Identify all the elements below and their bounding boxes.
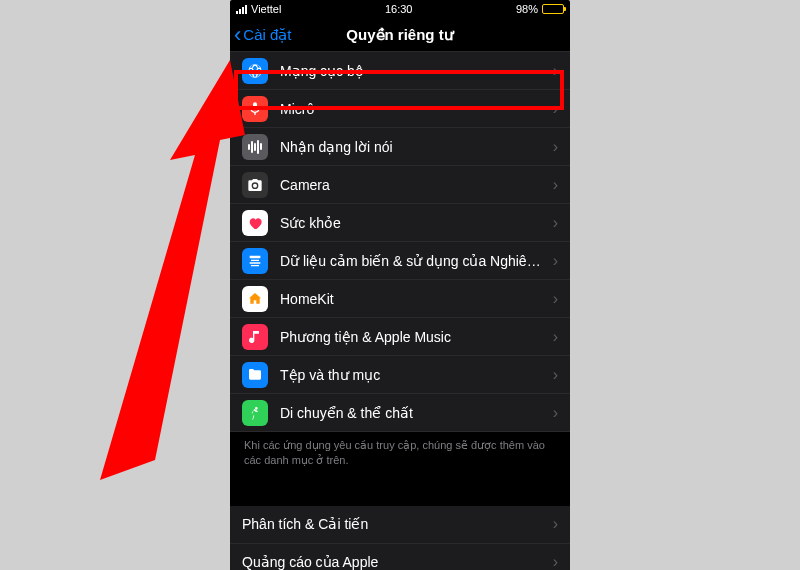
annotation-arrow-icon: [30, 40, 260, 520]
row-label: Nhận dạng lời nói: [280, 139, 553, 155]
settings-list: Mạng cục bộ › Micrô › Nhận dạng lời nói …: [230, 52, 570, 570]
chevron-right-icon: ›: [553, 553, 558, 570]
home-icon: [242, 286, 268, 312]
status-bar: Viettel 16:30 98%: [230, 0, 570, 18]
chevron-right-icon: ›: [553, 138, 558, 156]
chevron-right-icon: ›: [553, 214, 558, 232]
row-microphone[interactable]: Micrô ›: [230, 90, 570, 128]
folder-icon: [242, 362, 268, 388]
row-label: HomeKit: [280, 291, 553, 307]
svg-marker-0: [100, 60, 245, 480]
row-files-folders[interactable]: Tệp và thư mục ›: [230, 356, 570, 394]
chevron-right-icon: ›: [553, 100, 558, 118]
signal-icon: [236, 5, 247, 14]
chevron-right-icon: ›: [553, 176, 558, 194]
chevron-right-icon: ›: [553, 404, 558, 422]
microphone-icon: [242, 96, 268, 122]
row-label: Quảng cáo của Apple: [242, 554, 553, 570]
row-homekit[interactable]: HomeKit ›: [230, 280, 570, 318]
nav-bar: ‹ Cài đặt Quyền riêng tư: [230, 18, 570, 52]
chevron-left-icon: ‹: [234, 24, 241, 46]
chevron-right-icon: ›: [553, 328, 558, 346]
page-title: Quyền riêng tư: [346, 26, 453, 44]
back-button[interactable]: ‹ Cài đặt: [234, 24, 292, 46]
chevron-right-icon: ›: [553, 366, 558, 384]
row-camera[interactable]: Camera ›: [230, 166, 570, 204]
row-health[interactable]: Sức khỏe ›: [230, 204, 570, 242]
row-label: Phương tiện & Apple Music: [280, 329, 553, 345]
chevron-right-icon: ›: [553, 290, 558, 308]
row-media-apple-music[interactable]: Phương tiện & Apple Music ›: [230, 318, 570, 356]
row-apple-advertising[interactable]: Quảng cáo của Apple ›: [230, 544, 570, 570]
row-research-sensor[interactable]: Dữ liệu cảm biến & sử dụng của Nghiê… ›: [230, 242, 570, 280]
chevron-right-icon: ›: [553, 62, 558, 80]
phone-frame: Viettel 16:30 98% ‹ Cài đặt Quyền riêng …: [230, 0, 570, 570]
row-local-network[interactable]: Mạng cục bộ ›: [230, 52, 570, 90]
chevron-right-icon: ›: [553, 515, 558, 533]
sensor-icon: [242, 248, 268, 274]
row-speech-recognition[interactable]: Nhận dạng lời nói ›: [230, 128, 570, 166]
heart-icon: [242, 210, 268, 236]
music-note-icon: [242, 324, 268, 350]
battery-percent: 98%: [516, 3, 538, 15]
row-label: Micrô: [280, 101, 553, 117]
back-label: Cài đặt: [243, 26, 291, 44]
globe-icon: [242, 58, 268, 84]
section-gap: [230, 482, 570, 506]
row-label: Mạng cục bộ: [280, 63, 553, 79]
clock: 16:30: [385, 3, 413, 15]
chevron-right-icon: ›: [553, 252, 558, 270]
row-label: Sức khỏe: [280, 215, 553, 231]
row-label: Camera: [280, 177, 553, 193]
row-motion-fitness[interactable]: Di chuyển & thể chất ›: [230, 394, 570, 432]
row-label: Phân tích & Cải tiến: [242, 516, 553, 532]
row-analytics[interactable]: Phân tích & Cải tiến ›: [230, 506, 570, 544]
row-label: Dữ liệu cảm biến & sử dụng của Nghiê…: [280, 253, 553, 269]
carrier-label: Viettel: [251, 3, 281, 15]
row-label: Tệp và thư mục: [280, 367, 553, 383]
running-icon: [242, 400, 268, 426]
section-footer: Khi các ứng dụng yêu cầu truy cập, chúng…: [230, 432, 570, 482]
battery-icon: [542, 4, 564, 14]
waveform-icon: [242, 134, 268, 160]
row-label: Di chuyển & thể chất: [280, 405, 553, 421]
camera-icon: [242, 172, 268, 198]
